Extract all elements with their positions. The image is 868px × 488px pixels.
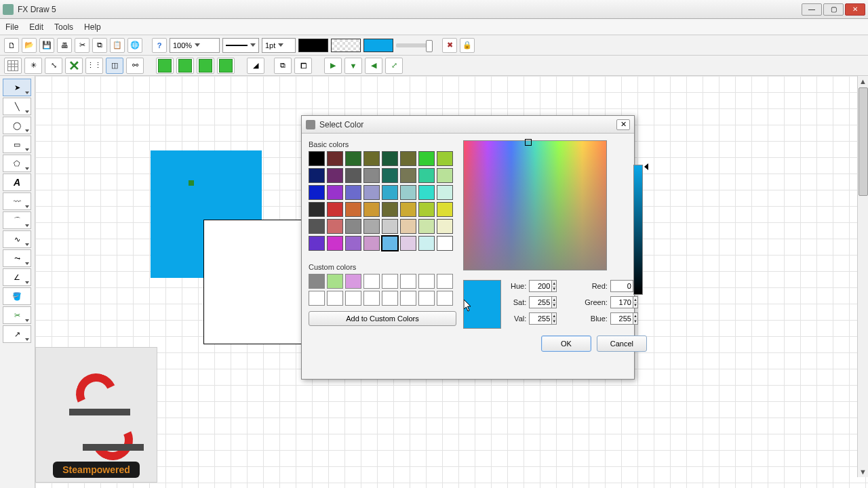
- grid-toggle[interactable]: [4, 58, 22, 74]
- custom-color-swatch[interactable]: [309, 291, 325, 306]
- basic-color-swatch[interactable]: [437, 236, 453, 251]
- lock-button[interactable]: 🔒: [460, 38, 475, 53]
- blue-input[interactable]: [610, 312, 633, 325]
- send-back[interactable]: [217, 58, 235, 74]
- basic-color-swatch[interactable]: [327, 151, 343, 166]
- zoom-dropdown[interactable]: 100%: [170, 38, 220, 53]
- fill-pattern-swatch[interactable]: [331, 39, 361, 52]
- export-right[interactable]: ▶: [324, 58, 342, 74]
- basic-color-swatch[interactable]: [382, 236, 398, 251]
- send-backward[interactable]: [197, 58, 214, 74]
- basic-color-swatch[interactable]: [418, 168, 435, 183]
- sat-spinner[interactable]: ▲▼: [552, 296, 557, 308]
- dialog-close-button[interactable]: ✕: [616, 119, 630, 130]
- red-input[interactable]: [610, 280, 633, 292]
- maximize-button[interactable]: ▢: [823, 3, 844, 16]
- scroll-down-arrow[interactable]: ▼: [858, 466, 868, 477]
- linestyle-dropdown[interactable]: [222, 38, 259, 53]
- custom-color-swatch[interactable]: [382, 274, 398, 289]
- basic-color-swatch[interactable]: [327, 236, 343, 251]
- custom-color-swatch[interactable]: [418, 291, 435, 306]
- basic-color-swatch[interactable]: [327, 168, 343, 183]
- custom-color-swatch[interactable]: [400, 274, 416, 289]
- add-to-custom-button[interactable]: Add to Custom Colors: [309, 311, 456, 326]
- custom-color-swatch[interactable]: [437, 274, 453, 289]
- import-up[interactable]: ⤢: [385, 58, 403, 74]
- basic-color-swatch[interactable]: [363, 236, 380, 251]
- basic-color-swatch[interactable]: [418, 236, 435, 251]
- print-button[interactable]: 🖶: [57, 38, 72, 53]
- menu-help[interactable]: Help: [84, 22, 101, 32]
- help-button[interactable]: ?: [152, 38, 167, 53]
- menu-edit[interactable]: Edit: [29, 22, 43, 32]
- custom-color-swatch[interactable]: [363, 291, 380, 306]
- copy-button[interactable]: ⧉: [92, 38, 107, 53]
- green-input[interactable]: [610, 296, 633, 308]
- basic-color-swatch[interactable]: [345, 168, 361, 183]
- basic-color-swatch[interactable]: [345, 202, 361, 217]
- basic-color-swatch[interactable]: [400, 202, 416, 217]
- hue-input[interactable]: [529, 280, 552, 292]
- basic-color-swatch[interactable]: [382, 168, 398, 183]
- custom-color-swatch[interactable]: [400, 291, 416, 306]
- basic-color-swatch[interactable]: [437, 219, 453, 234]
- custom-color-swatch[interactable]: [437, 291, 453, 306]
- ungroup-button[interactable]: ⧠: [294, 58, 312, 74]
- minimize-button[interactable]: —: [802, 3, 822, 16]
- basic-color-swatch[interactable]: [363, 219, 380, 234]
- basic-color-swatch[interactable]: [363, 151, 380, 166]
- basic-color-swatch[interactable]: [309, 168, 325, 183]
- val-spinner[interactable]: ▲▼: [552, 312, 557, 325]
- import-left[interactable]: ◀: [365, 58, 382, 74]
- scissors-tool[interactable]: ✂: [3, 306, 31, 324]
- basic-color-swatch[interactable]: [363, 168, 380, 183]
- link-toggle[interactable]: ⚯: [126, 58, 144, 74]
- basic-color-swatch[interactable]: [437, 168, 453, 183]
- custom-color-swatch[interactable]: [418, 274, 435, 289]
- basic-color-swatch[interactable]: [382, 185, 398, 200]
- green-spinner[interactable]: ▲▼: [633, 296, 638, 308]
- gradient-crosshair[interactable]: [525, 139, 532, 146]
- select-mode[interactable]: ◫: [106, 58, 123, 74]
- close-button[interactable]: ✕: [845, 3, 865, 16]
- basic-color-swatch[interactable]: [309, 151, 325, 166]
- web-button[interactable]: 🌐: [127, 38, 142, 53]
- scroll-up-arrow[interactable]: ▲: [858, 76, 868, 87]
- custom-color-swatch[interactable]: [363, 274, 380, 289]
- bring-forward[interactable]: [176, 58, 194, 74]
- vertical-scrollbar[interactable]: ▲ ▼: [857, 76, 868, 477]
- basic-color-swatch[interactable]: [309, 219, 325, 234]
- basic-color-swatch[interactable]: [309, 185, 325, 200]
- line-tool[interactable]: ╲: [3, 98, 31, 115]
- menu-file[interactable]: File: [5, 22, 18, 32]
- ok-button[interactable]: OK: [541, 336, 591, 352]
- basic-color-swatch[interactable]: [437, 185, 453, 200]
- basic-color-swatch[interactable]: [418, 185, 435, 200]
- basic-color-swatch[interactable]: [400, 185, 416, 200]
- scroll-thumb[interactable]: [859, 87, 868, 196]
- angle-tool[interactable]: ∠: [3, 268, 31, 286]
- cancel-button[interactable]: Cancel: [597, 336, 647, 352]
- menu-tools[interactable]: Tools: [54, 22, 73, 32]
- shape-handle[interactable]: [189, 180, 194, 186]
- val-input[interactable]: [529, 312, 552, 325]
- basic-color-swatch[interactable]: [345, 151, 361, 166]
- basic-color-swatch[interactable]: [327, 185, 343, 200]
- delete-button[interactable]: ✖: [442, 38, 457, 53]
- basic-color-swatch[interactable]: [400, 151, 416, 166]
- custom-color-swatch[interactable]: [345, 274, 361, 289]
- eraser-tool[interactable]: ◢: [247, 58, 264, 74]
- line-color-swatch[interactable]: [298, 39, 328, 52]
- circle-tool[interactable]: ◯: [3, 117, 31, 134]
- polygon-tool[interactable]: ⬠: [3, 155, 31, 172]
- basic-color-swatch[interactable]: [309, 202, 325, 217]
- basic-color-swatch[interactable]: [345, 219, 361, 234]
- select-tool[interactable]: ➤: [3, 79, 31, 96]
- basic-color-swatch[interactable]: [418, 151, 435, 166]
- basic-color-swatch[interactable]: [382, 151, 398, 166]
- custom-color-swatch[interactable]: [327, 274, 343, 289]
- curve-tool[interactable]: 〰: [3, 192, 31, 210]
- paste-button[interactable]: 📋: [110, 38, 125, 53]
- open-button[interactable]: 📂: [22, 38, 37, 53]
- text-tool[interactable]: A: [3, 174, 31, 191]
